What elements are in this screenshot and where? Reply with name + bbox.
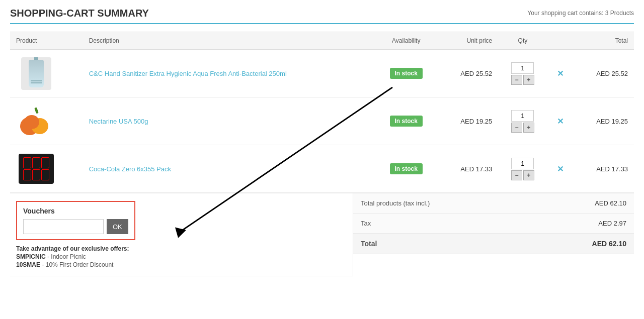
remove-cell-1: ✕ (547, 50, 573, 97)
cart-items: C&C Hand Sanitizer Extra Hygienic Aqua F… (10, 50, 634, 193)
offer-desc-1: Indoor Picnic (51, 253, 86, 260)
cola-can-1 (23, 157, 31, 168)
qty-cell-3: − + (498, 145, 547, 193)
product-link-sanitizer[interactable]: C&C Hand Sanitizer Extra Hygienic Aqua F… (89, 70, 287, 77)
table-row: Nectarine USA 500g In stock AED 19.25 − … (10, 97, 634, 145)
cart-table: Product Description Availability Unit pr… (10, 32, 634, 193)
qty-minus-3[interactable]: − (511, 170, 522, 180)
summary-value-total: AED 62.10 (592, 240, 626, 248)
qty-cell-1: − + (498, 50, 547, 97)
voucher-input-row: OK (23, 219, 128, 234)
total-cell-3: AED 17.33 (573, 145, 634, 193)
product-image-cell (10, 145, 83, 193)
left-bottom-section: Vouchers OK Take advantage of our exclus… (10, 193, 353, 276)
product-image-cell (10, 50, 83, 97)
col-qty: Qty (498, 32, 547, 50)
sanitizer-label-line2 (31, 80, 42, 81)
qty-buttons-1: − + (511, 75, 534, 85)
summary-row-products: Total products (tax incl.) AED 62.10 (353, 193, 634, 214)
product-link-nectarine[interactable]: Nectarine USA 500g (89, 118, 148, 125)
remove-cell-2: ✕ (547, 97, 573, 145)
qty-buttons-3: − + (511, 170, 534, 180)
product-image-cell (10, 97, 83, 145)
qty-cell-2: − + (498, 97, 547, 145)
product-image-cocacola (16, 151, 56, 186)
remove-button-2[interactable]: ✕ (557, 117, 564, 126)
summary-label-total: Total (361, 240, 377, 248)
cart-table-wrapper: Product Description Availability Unit pr… (10, 32, 634, 276)
offer-code-2: 10SMAE (16, 261, 40, 268)
sanitizer-pump-shape (34, 57, 38, 60)
bottom-section: Vouchers OK Take advantage of our exclus… (10, 193, 634, 276)
offers-title: Take advantage of our exclusive offers: (16, 245, 347, 252)
summary-value-products: AED 62.10 (595, 199, 626, 207)
qty-buttons-2: − + (511, 123, 534, 133)
cart-info: Your shopping cart contains: 3 Products (527, 8, 634, 17)
offer-desc-2: 10% First Order Discount (46, 261, 114, 268)
total-cell-2: AED 19.25 (573, 97, 634, 145)
sanitizer-bottle-shape (29, 60, 44, 87)
instock-badge-2: In stock (390, 116, 423, 127)
nectarine-stem (34, 107, 39, 114)
qty-input-3[interactable] (511, 158, 534, 169)
col-total: Total (573, 32, 634, 50)
summary-label-products: Total products (tax incl.) (361, 199, 430, 207)
nectarine-img-container (20, 108, 53, 135)
unit-price-cell-3: AED 17.33 (437, 145, 498, 193)
table-header: Product Description Availability Unit pr… (10, 32, 634, 50)
col-availability: Availability (375, 32, 437, 50)
summary-label-tax: Tax (361, 220, 371, 227)
voucher-box: Vouchers OK (16, 201, 135, 240)
qty-plus-1[interactable]: + (523, 75, 534, 85)
product-description-cell: Nectarine USA 500g (83, 97, 375, 145)
qty-plus-2[interactable]: + (523, 123, 534, 133)
cola-can-2 (32, 157, 40, 168)
remove-button-1[interactable]: ✕ (557, 69, 564, 78)
sanitizer-label-line (31, 82, 42, 83)
qty-minus-2[interactable]: − (511, 123, 522, 133)
offer-code-1: SMPICNIC (16, 253, 46, 260)
qty-plus-3[interactable]: + (523, 170, 534, 180)
offer-item-2: 10SMAE - 10% First Order Discount (16, 261, 347, 268)
cola-can-5 (32, 169, 40, 180)
cocacola-img (19, 154, 54, 184)
page-title: SHOPPING-CART SUMMARY (10, 8, 149, 19)
product-description-cell: Coca-Cola Zero 6x355 Pack (83, 145, 375, 193)
cola-can-4 (23, 169, 31, 180)
qty-control-2: − + (504, 110, 541, 133)
right-bottom-section: Total products (tax incl.) AED 62.10 Tax… (353, 193, 634, 276)
product-link-cocacola[interactable]: Coca-Cola Zero 6x355 Pack (89, 165, 171, 173)
product-image-sanitizer (16, 56, 56, 91)
voucher-title: Vouchers (23, 207, 128, 215)
col-description: Description (83, 32, 375, 50)
remove-cell-3: ✕ (547, 145, 573, 193)
voucher-ok-button[interactable]: OK (107, 219, 128, 234)
availability-cell-3: In stock (375, 145, 437, 193)
total-cell-1: AED 25.52 (573, 50, 634, 97)
table-row: Coca-Cola Zero 6x355 Pack In stock AED 1… (10, 145, 634, 193)
qty-input-2[interactable] (511, 110, 534, 122)
availability-cell-2: In stock (375, 97, 437, 145)
offer-sep-2: - (42, 261, 45, 268)
qty-input-1[interactable] (511, 62, 534, 74)
product-description-cell: C&C Hand Sanitizer Extra Hygienic Aqua F… (83, 50, 375, 97)
nectarine-fruit-3 (24, 115, 39, 129)
qty-control-3: − + (504, 158, 541, 180)
product-image-nectarine (16, 103, 56, 139)
qty-control-1: − + (504, 62, 541, 85)
instock-badge-3: In stock (390, 163, 423, 174)
col-product: Product (10, 32, 83, 50)
cola-can-3 (41, 157, 49, 168)
summary-row-tax: Tax AED 2.97 (353, 214, 634, 234)
sanitizer-img (21, 57, 51, 90)
remove-button-3[interactable]: ✕ (557, 164, 564, 174)
col-unit-price: Unit price (437, 32, 498, 50)
qty-minus-1[interactable]: − (511, 75, 522, 85)
cola-cans-grid (23, 157, 49, 180)
unit-price-cell-1: AED 25.52 (437, 50, 498, 97)
availability-cell-1: In stock (375, 50, 437, 97)
unit-price-cell-2: AED 19.25 (437, 97, 498, 145)
page-header: SHOPPING-CART SUMMARY Your shopping cart… (10, 8, 634, 24)
summary-row-total: Total AED 62.10 (353, 234, 634, 254)
voucher-input[interactable] (23, 219, 104, 234)
